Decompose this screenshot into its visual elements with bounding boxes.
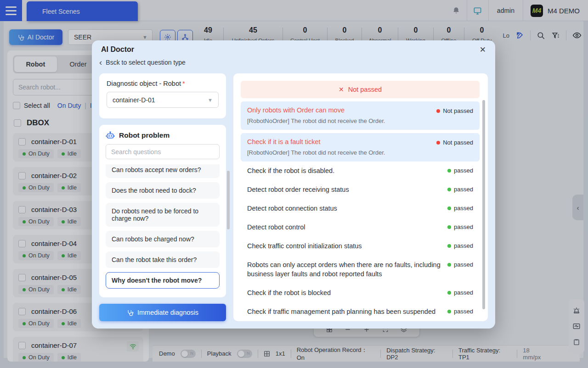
result-item: Check if traffic management path plannin… (241, 302, 480, 321)
status-not-passed: Not passed (436, 139, 473, 146)
status-passed: passed (447, 223, 473, 230)
question-item-selected[interactable]: Why doesn't the robot move? (106, 272, 220, 289)
question-item[interactable]: Can robots accept new orders? (106, 164, 220, 178)
ai-doctor-modal: AI Doctor ✕ ‹ Bsck to select question ty… (92, 40, 495, 329)
back-link[interactable]: ‹ Bsck to select question type (99, 59, 186, 66)
diagnostic-label: Diagnostic object - Robot (107, 80, 181, 87)
robot-problem-card: Robot problem Can robots accept new orde… (99, 125, 226, 297)
status-passed: passed (447, 205, 473, 212)
result-item: Check traffic control initialization sta… (241, 237, 480, 256)
result-item: Check if the robot is blocked passed (241, 284, 480, 302)
question-item[interactable]: Can the robot take this order? (106, 251, 220, 268)
diagnostic-object-card: Diagnostic object - Robot* container-D-0… (99, 73, 226, 118)
robot-icon (106, 131, 115, 139)
chevron-down-icon: ▼ (208, 97, 213, 103)
question-item[interactable]: Do robots need to be forced to charge no… (106, 203, 220, 227)
scrollbar-thumb[interactable] (227, 171, 230, 229)
result-list: Only robots with Order can move Not pass… (241, 101, 480, 321)
diagnosis-results-card: ✕ Not passed Only robots with Order can … (233, 73, 488, 321)
result-item: Detect robot connection status passed (241, 199, 480, 218)
result-item-failed: Only robots with Order can move Not pass… (241, 101, 480, 130)
result-item: Robots can only accept orders when there… (241, 256, 480, 284)
status-passed: passed (447, 242, 473, 249)
question-item[interactable]: Can robots be charged now? (106, 231, 220, 247)
question-item[interactable]: Does the robot need to dock? (106, 182, 220, 199)
robot-problem-title: Robot problem (119, 131, 170, 139)
result-item: Detect robot control passed (241, 218, 480, 237)
status-passed: passed (447, 308, 473, 315)
status-passed: passed (447, 289, 473, 296)
close-icon[interactable]: ✕ (480, 45, 486, 55)
diagnostic-robot-select[interactable]: container-D-01 ▼ (107, 92, 219, 108)
status-passed: passed (447, 186, 473, 193)
required-mark: * (182, 80, 185, 87)
scrollbar-thumb[interactable] (482, 100, 485, 309)
status-passed: passed (447, 261, 473, 268)
result-banner: ✕ Not passed (241, 81, 480, 98)
chevron-left-icon: ‹ (99, 59, 102, 66)
result-item: Detect robot order receiving status pass… (241, 180, 480, 199)
status-passed: passed (447, 167, 473, 174)
question-list: Can robots accept new orders? Does the r… (106, 164, 220, 292)
status-not-passed: Not passed (436, 107, 473, 114)
immediate-diagnosis-button[interactable]: Immediate diagnosis (99, 304, 226, 321)
result-item: Check if the robot is disabled. passed (241, 162, 480, 180)
app-root: Fleet Scenes admin M4 M4 DEMO AI Doctor (0, 0, 588, 368)
stethoscope-icon (127, 309, 134, 316)
modal-title: AI Doctor (101, 45, 134, 54)
x-mark-icon: ✕ (339, 86, 344, 93)
result-item-failed: Check if it is a fault ticket Not passed… (241, 133, 480, 162)
search-questions-input[interactable] (106, 144, 220, 159)
